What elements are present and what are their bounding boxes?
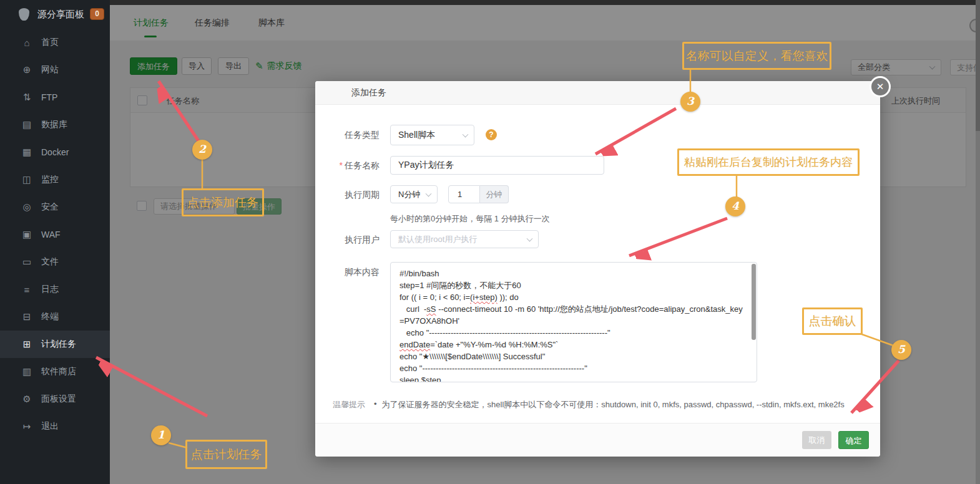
chevron-down-icon <box>463 131 469 137</box>
script-line: echo "----------------------------------… <box>399 327 747 339</box>
script-scrollbar-thumb[interactable] <box>752 264 756 340</box>
app-root: 源分享面板 0 ⌂首页 ⊕网站 ⇅FTP ▤数据库 ▦Docker ◫监控 ◎安… <box>0 0 980 484</box>
folder-icon: ▭ <box>21 256 33 268</box>
script-line: step=1 #间隔的秒数，不能大于60 <box>399 279 747 291</box>
task-type-select[interactable]: Shell脚本 <box>390 125 474 145</box>
add-task-modal: 添加任务 任务类型 Shell脚本 ? *任务名称 执行周期 N分钟 分钟 每小… <box>315 81 880 457</box>
annotation-box-step1: 点击计划任务 <box>185 440 267 469</box>
warning-text: 为了保证服务器的安全稳定，shell脚本中以下命令不可使用：shutdown, … <box>382 399 845 410</box>
sidebar-item-logout[interactable]: ↦退出 <box>0 413 110 440</box>
chevron-down-icon <box>527 235 533 241</box>
close-icon[interactable]: ✕ <box>870 76 891 97</box>
bullet-icon: • <box>374 399 377 410</box>
database-icon: ▤ <box>21 119 33 130</box>
sidebar-item-security[interactable]: ◎安全 <box>0 193 110 221</box>
task-type-label: 任务类型 <box>321 130 380 141</box>
sidebar-item-docker[interactable]: ▦Docker <box>0 138 110 166</box>
cycle-unit-addon: 分钟 <box>480 185 509 203</box>
sidebar-item-cron[interactable]: ⊞计划任务 <box>0 331 110 358</box>
chevron-down-icon <box>426 190 432 196</box>
script-line: endDate=`date +"%Y-%m-%d %H:%M:%S"` <box>399 339 747 351</box>
brand: 源分享面板 0 <box>0 0 110 29</box>
sidebar-item-database[interactable]: ▤数据库 <box>0 111 110 138</box>
globe-icon: ⊕ <box>21 64 33 75</box>
docker-icon: ▦ <box>21 147 33 158</box>
annotation-box-step3: 名称可以自定义，看您喜欢 <box>682 42 831 70</box>
modal-footer: 取消 确定 <box>315 423 880 457</box>
annotation-box-step4: 粘贴刚在后台复制的计划任务内容 <box>677 148 860 176</box>
modal-header: 添加任务 <box>315 81 880 105</box>
sidebar-nav: ⌂首页 ⊕网站 ⇅FTP ▤数据库 ▦Docker ◫监控 ◎安全 ▣WAF ▭… <box>0 29 110 440</box>
modal-title: 添加任务 <box>351 87 386 99</box>
script-line: curl -sS --connect-timeout 10 -m 60 'htt… <box>399 303 747 327</box>
cycle-hint: 每小时的第0分钟开始，每隔 1 分钟执行一次 <box>390 213 550 225</box>
sidebar-item-ftp[interactable]: ⇅FTP <box>0 84 110 111</box>
sidebar-item-waf[interactable]: ▣WAF <box>0 221 110 248</box>
cycle-label: 执行周期 <box>321 190 380 201</box>
script-line: echo "----------------------------------… <box>399 362 747 374</box>
sidebar-item-terminal[interactable]: ⊟终端 <box>0 303 110 331</box>
sidebar-item-website[interactable]: ⊕网站 <box>0 56 110 84</box>
calendar-icon: ⊞ <box>21 339 33 350</box>
sidebar-item-logs[interactable]: ≡日志 <box>0 276 110 303</box>
help-icon[interactable]: ? <box>486 129 497 140</box>
exec-user-label: 执行用户 <box>321 235 380 246</box>
annotation-box-step2: 点击添加任务 <box>182 188 264 216</box>
sidebar-item-settings[interactable]: ⚙面板设置 <box>0 385 110 413</box>
warning-row: 温馨提示 • 为了保证服务器的安全稳定，shell脚本中以下命令不可使用：shu… <box>333 399 870 410</box>
waf-icon: ▣ <box>21 229 33 240</box>
terminal-icon: ⊟ <box>21 311 33 322</box>
script-line: echo "★\\\\\\\[$endDate\\\\\\\] Successf… <box>399 351 747 362</box>
monitor-icon: ◫ <box>21 174 33 185</box>
cycle-value-input[interactable] <box>448 185 480 203</box>
sidebar: 源分享面板 0 ⌂首页 ⊕网站 ⇅FTP ▤数据库 ▦Docker ◫监控 ◎安… <box>0 0 110 484</box>
brand-title: 源分享面板 <box>37 9 84 21</box>
task-name-input[interactable] <box>390 156 604 175</box>
home-icon: ⌂ <box>21 37 33 48</box>
script-line: for (( i = 0; i < 60; i=(i+step) )); do <box>399 291 747 303</box>
shield-check-icon: ◎ <box>21 201 33 213</box>
sidebar-item-home[interactable]: ⌂首页 <box>0 29 110 56</box>
annotation-box-step5: 点击确认 <box>802 307 863 335</box>
confirm-button[interactable]: 确定 <box>838 431 869 449</box>
annotation-step-number-5: 5 <box>891 340 911 360</box>
script-line: #!/bin/bash <box>399 268 747 279</box>
warning-label: 温馨提示 <box>333 399 365 410</box>
sidebar-item-monitor[interactable]: ◫监控 <box>0 166 110 193</box>
script-content-label: 脚本内容 <box>321 267 380 278</box>
required-asterisk: * <box>340 160 343 170</box>
logout-icon: ↦ <box>21 421 33 432</box>
annotation-step-number-2: 2 <box>192 140 212 160</box>
sidebar-item-appstore[interactable]: ▥软件商店 <box>0 358 110 385</box>
appstore-icon: ▥ <box>21 366 33 377</box>
script-textarea[interactable]: #!/bin/bash step=1 #间隔的秒数，不能大于60 for (( … <box>390 262 757 382</box>
annotation-step-number-3: 3 <box>680 92 700 112</box>
cycle-type-select[interactable]: N分钟 <box>390 185 438 203</box>
script-line: sleep $step <box>399 374 747 382</box>
gear-icon: ⚙ <box>21 394 33 405</box>
cancel-button[interactable]: 取消 <box>802 431 831 449</box>
brand-logo-shield-icon <box>19 8 29 21</box>
annotation-step-number-4: 4 <box>725 196 745 216</box>
notification-badge: 0 <box>90 8 104 20</box>
task-name-label: *任务名称 <box>321 160 380 172</box>
sidebar-item-files[interactable]: ▭文件 <box>0 248 110 276</box>
exec-user-select[interactable]: 默认使用root用户执行 <box>390 230 539 248</box>
annotation-step-number-1: 1 <box>151 425 171 445</box>
ftp-icon: ⇅ <box>21 92 33 103</box>
log-icon: ≡ <box>21 284 33 295</box>
